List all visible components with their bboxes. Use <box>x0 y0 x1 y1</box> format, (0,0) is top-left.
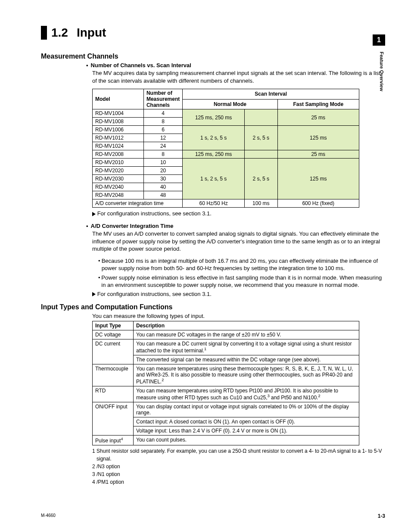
th-model: Model <box>93 89 144 109</box>
cell-ch: 6 <box>143 126 182 134</box>
th-description: Description <box>134 321 359 330</box>
input-types-heading: Input Types and Computation Functions <box>41 303 385 311</box>
footnote-1: 1 Shunt resistor sold separately. For ex… <box>92 447 385 463</box>
cell-ch: 24 <box>143 142 182 150</box>
cell-desc: You can measure temperatures using these… <box>134 364 359 386</box>
cell-desc: You can display contact input or voltage… <box>134 402 359 417</box>
cell-type: Thermocouple <box>93 364 134 386</box>
caption-config-2: For configuration instructions, see sect… <box>92 291 385 297</box>
cell-fast: 125 ms <box>277 126 359 150</box>
cell-slash <box>245 109 278 126</box>
caption-text: For configuration instructions, see sect… <box>97 291 212 297</box>
cell-ch: 8 <box>143 118 182 126</box>
cell-ad-label: A/D converter integration time <box>93 199 183 208</box>
input-types-table: Input Type Description DC voltage You ca… <box>92 321 359 445</box>
footer-left: M-4660 <box>41 513 56 519</box>
scan-interval-table: Model Number of Measurement Channels Sca… <box>92 89 359 208</box>
cell-ad-v1: 60 Hz/50 Hz <box>183 199 245 208</box>
cell-type: RTD <box>93 386 134 402</box>
cell-normal: 125 ms, 250 ms <box>183 109 245 126</box>
cell-fast: 25 ms <box>277 150 359 159</box>
cell-model: RD-MV2010 <box>93 159 144 167</box>
th-scan: Scan Interval <box>183 89 359 100</box>
cell-ch: 20 <box>143 167 182 175</box>
cell-ch: 10 <box>143 159 182 167</box>
cell-ad-v3: 600 Hz (fixed) <box>277 199 359 208</box>
cell-desc: Contact input: A closed contact is ON (1… <box>134 417 359 426</box>
footer-page: 1-3 <box>378 513 385 519</box>
footnote-4: 4 /PM1 option <box>92 478 385 486</box>
cell-ch: 12 <box>143 134 182 142</box>
cell-normal2: 2 s, 5 s <box>245 126 278 150</box>
cell-fast: 125 ms <box>277 159 359 199</box>
sub-bullet-1: •Because 100 ms is an integral multiple … <box>98 257 385 272</box>
cell-model: RD-MV1012 <box>93 134 144 142</box>
sub-bullet-2: •Power supply noise elimination is less … <box>98 274 385 289</box>
num-channels-body: The MV acquires data by sampling measure… <box>92 69 385 84</box>
cell-model: RD-MV2020 <box>93 167 144 175</box>
cell-normal: 1 s, 2 s, 5 s <box>183 126 245 150</box>
num-channels-heading: • Number of Channels vs. Scan Interval <box>86 62 385 68</box>
cell-model: RD-MV2040 <box>93 183 144 191</box>
bullet-icon: • <box>98 257 102 272</box>
section-title: 1.2 Input <box>41 26 385 40</box>
page-footer: M-4660 1-3 <box>41 513 385 519</box>
th-channels: Number of Measurement Channels <box>143 89 182 109</box>
th-fast: Fast Sampling Mode <box>277 99 359 109</box>
cell-type: ON/OFF input <box>93 402 134 435</box>
ad-converter-body: The MV uses an A/D converter to convert … <box>92 230 385 253</box>
cell-ch: 48 <box>143 191 182 199</box>
cell-model: RD-MV2030 <box>93 175 144 183</box>
title-number: 1.2 <box>51 26 68 40</box>
bullet-icon: • <box>86 62 88 68</box>
cell-ch: 4 <box>143 109 182 118</box>
cell-desc: Voltage input: Less than 2.4 V is OFF (0… <box>134 426 359 435</box>
th-input-type: Input Type <box>93 321 134 330</box>
cell-model: RD-MV1024 <box>93 142 144 150</box>
title-bar <box>41 26 47 40</box>
cell-normal: 1 s, 2 s, 5 s <box>183 159 245 199</box>
caption-text: For configuration instructions, see sect… <box>97 210 212 217</box>
bullet-icon: • <box>86 223 88 229</box>
measurement-channels-heading: Measurement Channels <box>41 53 385 60</box>
cell-model: RD-MV1006 <box>93 126 144 134</box>
cell-normal2: 2 s, 5 s <box>245 159 278 199</box>
cell-ch: 40 <box>143 183 182 191</box>
cell-ch: 30 <box>143 175 182 183</box>
cell-desc: You can count pulses. <box>134 435 359 445</box>
cell-ad-v2: 100 ms <box>245 199 278 208</box>
triangle-icon <box>92 292 96 296</box>
caption-config-1: For configuration instructions, see sect… <box>92 210 385 217</box>
cell-model: RD-MV2008 <box>93 150 144 159</box>
cell-type: DC voltage <box>93 330 134 339</box>
cell-type: Pulse input4 <box>93 435 134 445</box>
bullet-icon: • <box>98 274 101 289</box>
ad-converter-heading: • A/D Converter Integration Time <box>86 223 385 229</box>
cell-model: RD-MV1008 <box>93 118 144 126</box>
num-channels-title: Number of Channels vs. Scan Interval <box>91 62 191 68</box>
cell-slash <box>245 150 278 159</box>
cell-desc: You can measure temperatures using RTD t… <box>134 386 359 402</box>
cell-normal: 125 ms, 250 ms <box>183 150 245 159</box>
ad-converter-title: A/D Converter Integration Time <box>91 223 174 229</box>
side-label: Feature Overview <box>379 52 384 91</box>
cell-fast: 25 ms <box>277 109 359 126</box>
cell-ch: 8 <box>143 150 182 159</box>
cell-desc: You can measure a DC current signal by c… <box>134 339 359 355</box>
cell-model: RD-MV1004 <box>93 109 144 118</box>
title-text: Input <box>77 26 106 40</box>
input-types-intro: You can measure the following types of i… <box>92 313 385 319</box>
cell-type: DC current <box>93 339 134 364</box>
cell-desc: The converted signal can be measured wit… <box>134 355 359 364</box>
footnotes: 1 Shunt resistor sold separately. For ex… <box>92 447 385 486</box>
th-normal: Normal Mode <box>183 99 277 109</box>
cell-desc: You can measure DC voltages in the range… <box>134 330 359 339</box>
footnote-2: 2 /N3 option <box>92 463 385 470</box>
sub-bullet-text: Because 100 ms is an integral multiple o… <box>102 257 385 272</box>
chapter-tab: 1 <box>373 34 385 46</box>
footnote-3: 3 /N1 option <box>92 470 385 478</box>
triangle-icon <box>92 212 96 216</box>
sub-bullet-text: Power supply noise elimination is less e… <box>101 274 385 289</box>
cell-model: RD-MV2048 <box>93 191 144 199</box>
